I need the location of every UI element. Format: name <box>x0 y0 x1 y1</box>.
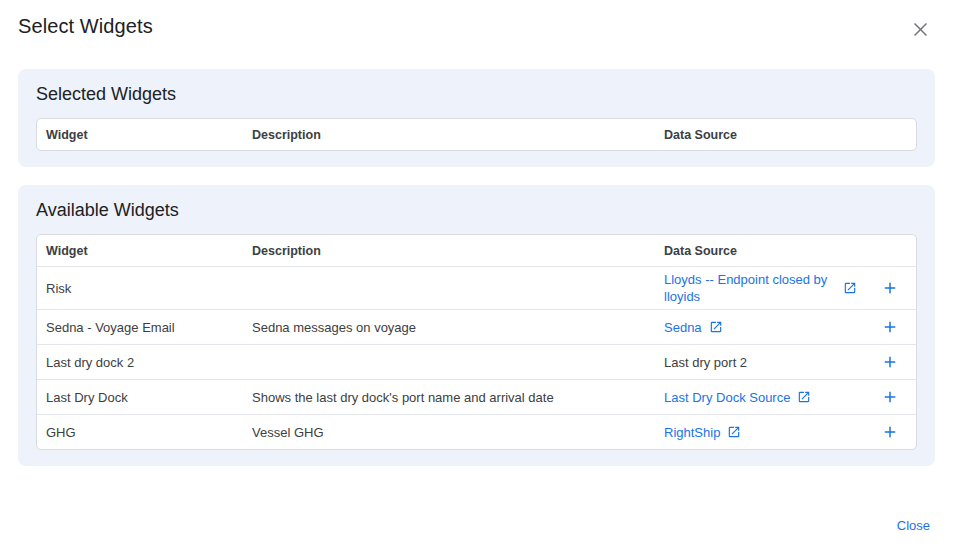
data-source-cell: Sedna <box>664 319 864 336</box>
add-widget-button[interactable] <box>879 386 901 408</box>
plus-icon <box>881 423 899 441</box>
column-header-description: Description <box>252 128 664 142</box>
column-header-data-source: Data Source <box>664 244 864 258</box>
widget-description: Shows the last dry dock's port name and … <box>252 390 664 405</box>
table-row: Sedna - Voyage Email Sedna messages on v… <box>37 309 916 344</box>
table-row: Risk Lloyds -- Endpoint closed by lloyid… <box>37 266 916 309</box>
add-widget-button[interactable] <box>879 277 901 299</box>
modal-header: Select Widgets <box>0 0 953 42</box>
available-widgets-heading: Available Widgets <box>36 200 917 221</box>
widget-description: Sedna messages on voyage <box>252 320 664 335</box>
data-source-label: Last dry port 2 <box>664 354 747 371</box>
close-icon[interactable] <box>908 17 933 42</box>
available-widgets-table: Widget Description Data Source Risk Lloy… <box>36 234 917 450</box>
data-source-cell: Lloyds -- Endpoint closed by lloyids <box>664 271 864 305</box>
column-header-widget: Widget <box>46 244 252 258</box>
column-header-description: Description <box>252 244 664 258</box>
selected-widgets-table: Widget Description Data Source <box>36 118 917 151</box>
widget-description: Vessel GHG <box>252 425 664 440</box>
table-header-row: Widget Description Data Source <box>37 119 916 150</box>
plus-icon <box>881 388 899 406</box>
data-source-cell: Last dry port 2 <box>664 354 864 371</box>
plus-icon <box>881 353 899 371</box>
data-source-label: Lloyds -- Endpoint closed by lloyids <box>664 271 836 305</box>
selected-widgets-panel: Selected Widgets Widget Description Data… <box>18 69 935 167</box>
widget-name: Last Dry Dock <box>46 390 252 405</box>
data-source-cell: Last Dry Dock Source <box>664 389 864 406</box>
add-widget-button[interactable] <box>879 421 901 443</box>
table-row: Last Dry Dock Shows the last dry dock's … <box>37 379 916 414</box>
column-header-widget: Widget <box>46 128 252 142</box>
page-title: Select Widgets <box>18 15 153 38</box>
data-source-link: Last dry port 2 <box>664 354 747 371</box>
plus-icon <box>881 279 899 297</box>
open-in-new-icon <box>843 281 857 295</box>
data-source-label: RightShip <box>664 424 720 441</box>
widget-name: Last dry dock 2 <box>46 355 252 370</box>
open-in-new-icon <box>797 390 811 404</box>
data-source-link[interactable]: Sedna <box>664 319 723 336</box>
open-in-new-icon <box>709 320 723 334</box>
plus-icon <box>881 318 899 336</box>
widget-name: Sedna - Voyage Email <box>46 320 252 335</box>
close-button[interactable]: Close <box>897 518 930 533</box>
data-source-link[interactable]: Lloyds -- Endpoint closed by lloyids <box>664 271 857 305</box>
available-widgets-panel: Available Widgets Widget Description Dat… <box>18 185 935 466</box>
widget-name: GHG <box>46 425 252 440</box>
modal-footer: Close <box>0 518 953 552</box>
add-widget-button[interactable] <box>879 351 901 373</box>
add-widget-button[interactable] <box>879 316 901 338</box>
data-source-label: Last Dry Dock Source <box>664 389 790 406</box>
data-source-link[interactable]: Last Dry Dock Source <box>664 389 811 406</box>
data-source-link[interactable]: RightShip <box>664 424 741 441</box>
table-header-row: Widget Description Data Source <box>37 235 916 266</box>
select-widgets-modal: Select Widgets Selected Widgets Widget D… <box>0 0 953 552</box>
selected-widgets-heading: Selected Widgets <box>36 84 917 105</box>
data-source-cell: RightShip <box>664 424 864 441</box>
data-source-label: Sedna <box>664 319 702 336</box>
widget-name: Risk <box>46 281 252 296</box>
table-row: GHG Vessel GHG RightShip <box>37 414 916 449</box>
column-header-data-source: Data Source <box>664 128 864 142</box>
open-in-new-icon <box>727 425 741 439</box>
table-row: Last dry dock 2 Last dry port 2 <box>37 344 916 379</box>
